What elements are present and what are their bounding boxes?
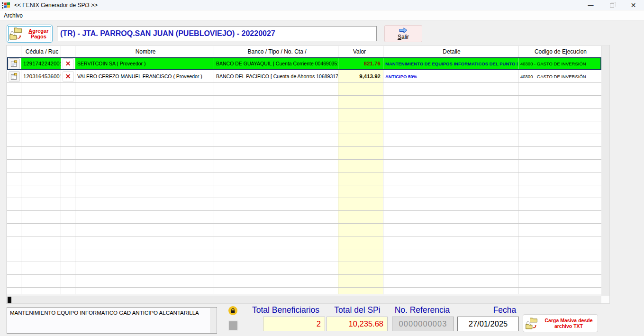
banco-cell: [214, 288, 338, 294]
toggle-square-button[interactable]: [228, 320, 238, 331]
cedula-cell: [21, 224, 61, 236]
cedula-cell: [21, 211, 61, 224]
table-row: [7, 275, 601, 288]
edit-cell: [7, 57, 21, 70]
delete-cell: [61, 134, 75, 147]
total-spi-field: [327, 317, 388, 331]
table-row: [7, 262, 601, 275]
payments-grid: Cédula / Ruc Nombre Banco / Tipo / No. C…: [7, 46, 601, 294]
valor-cell: [338, 198, 383, 211]
table-row: [7, 173, 601, 185]
edit-cell: [7, 109, 21, 121]
table-row: [7, 109, 601, 121]
nombre-cell: [75, 262, 214, 275]
observacion-text: MANTENIMIENTO EQUIPO INFORMATICO GAD ANT…: [10, 310, 199, 316]
nombre-cell: [75, 173, 214, 185]
banco-cell: [214, 96, 338, 109]
valor-cell: [338, 262, 383, 275]
valor-cell: [338, 185, 383, 198]
detalle-cell: [383, 211, 518, 224]
table-row[interactable]: 1291742242001✕SERVITCOIN SA ( Proveedor …: [7, 57, 601, 70]
carga-masiva-button[interactable]: Carga Masiva desdearchivo TXT: [523, 314, 598, 332]
table-row: [7, 160, 601, 173]
minimize-button[interactable]: —: [580, 0, 601, 10]
codigo-cell: [518, 262, 601, 275]
banco-cell: [214, 224, 338, 236]
edit-row-button[interactable]: [9, 71, 20, 82]
detalle-cell: [383, 109, 518, 121]
nombre-cell: [75, 236, 214, 249]
valor-cell: [338, 249, 383, 262]
detalle-cell: [383, 262, 518, 275]
edit-cell: [7, 185, 21, 198]
detalle-cell: [383, 121, 518, 134]
maximize-button[interactable]: [601, 0, 623, 10]
app-logo-icon: [2, 1, 10, 9]
nombre-cell: [75, 249, 214, 262]
folders-icon: [525, 317, 538, 330]
codigo-cell: [518, 109, 601, 121]
nombre-cell: [75, 83, 214, 96]
salir-label: Salir: [398, 34, 409, 40]
grid-header: Cédula / Ruc Nombre Banco / Tipo / No. C…: [7, 46, 601, 57]
agregar-pagos-button[interactable]: AgregarPagos: [7, 25, 53, 43]
detalle-cell: [383, 134, 518, 147]
observacion-scrollbar[interactable]: [210, 308, 216, 333]
nombre-cell: [75, 185, 214, 198]
edit-cell: [7, 198, 21, 211]
banco-cell: BANCO DE GUAYAQUIL [ Cuenta Corriente 00…: [214, 57, 338, 70]
edit-cell: [7, 70, 21, 83]
valor-cell: [338, 236, 383, 249]
total-beneficiarios-field: [263, 317, 325, 331]
cedula-cell: [21, 198, 61, 211]
table-row[interactable]: 1203164536001✕VALERO CEREZO MANUEL FRANC…: [7, 70, 601, 83]
horizontal-scrollbar[interactable]: [7, 296, 601, 303]
cedula-cell: [21, 83, 61, 96]
cedula-cell: [21, 236, 61, 249]
valor-cell: [338, 121, 383, 134]
banco-cell: [214, 262, 338, 275]
close-button[interactable]: ✕: [623, 0, 644, 10]
nombre-cell: [75, 134, 214, 147]
observacion-textarea[interactable]: MANTENIMIENTO EQUIPO INFORMATICO GAD ANT…: [7, 307, 217, 334]
detalle-cell: [383, 224, 518, 236]
detalle-cell: [383, 275, 518, 288]
codigo-cell: [518, 236, 601, 249]
codigo-cell: [518, 288, 601, 294]
delete-cell: [61, 262, 75, 275]
edit-cell: [7, 96, 21, 109]
table-row: [7, 147, 601, 160]
document-title-input[interactable]: [57, 26, 377, 41]
detalle-cell: ANTICIPO 50%: [383, 70, 518, 83]
codigo-cell: [518, 249, 601, 262]
fecha-field[interactable]: [457, 317, 519, 331]
edit-cell: [7, 160, 21, 173]
codigo-cell: [518, 121, 601, 134]
cedula-cell: [21, 262, 61, 275]
codigo-cell: [518, 173, 601, 185]
header-cedula: Cédula / Ruc: [21, 46, 61, 57]
valor-cell: [338, 96, 383, 109]
vertical-scrollbar[interactable]: [601, 46, 609, 296]
edit-cell: [7, 288, 21, 294]
header-codigo: Codigo de Ejecucion: [518, 46, 601, 57]
nombre-cell: [75, 288, 214, 294]
salir-button[interactable]: Salir: [384, 25, 422, 42]
menu-archivo[interactable]: Archivo: [0, 11, 27, 20]
codigo-cell: [518, 134, 601, 147]
cedula-cell: [21, 160, 61, 173]
delete-row-button[interactable]: ✕: [63, 58, 74, 69]
delete-row-button[interactable]: ✕: [63, 71, 74, 82]
codigo-cell: 40300 - GASTO DE INVERSIÓN: [518, 57, 601, 70]
edit-cell: [7, 121, 21, 134]
detalle-cell: [383, 236, 518, 249]
banco-cell: [214, 185, 338, 198]
codigo-cell: [518, 185, 601, 198]
delete-cell: [61, 198, 75, 211]
folders-icon: [9, 27, 23, 40]
horizontal-scrollbar-thumb[interactable]: [8, 297, 11, 303]
valor-cell: [338, 288, 383, 294]
edit-cell: [7, 134, 21, 147]
nombre-cell: [75, 147, 214, 160]
edit-row-button[interactable]: [9, 58, 20, 69]
